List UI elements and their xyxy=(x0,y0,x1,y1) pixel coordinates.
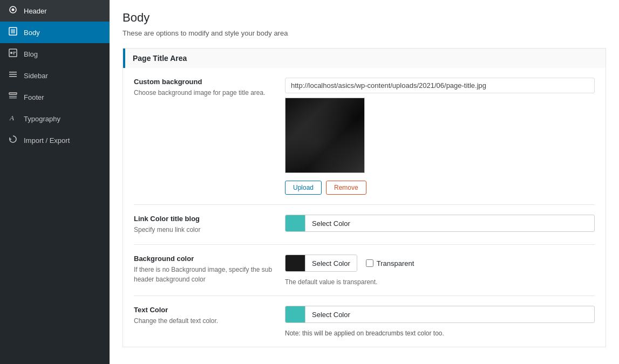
image-btn-group: Upload Remove xyxy=(285,181,595,195)
body-icon xyxy=(8,27,18,38)
sidebar-item-footer[interactable]: Footer xyxy=(0,86,110,108)
page-title: Body xyxy=(123,11,606,25)
sidebar-item-label: Body xyxy=(24,29,40,37)
blog-icon xyxy=(8,49,18,59)
sidebar-item-body[interactable]: Body xyxy=(0,22,110,43)
link-color-label: Link Color title blog xyxy=(134,215,274,223)
sidebar-item-label: Typography xyxy=(24,115,60,123)
sidebar-item-sidebar[interactable]: Sidebar xyxy=(0,65,110,86)
link-color-row: Link Color title blog Specify menu link … xyxy=(134,205,595,245)
svg-rect-9 xyxy=(9,74,17,75)
svg-rect-10 xyxy=(9,76,17,77)
sidebar-item-blog[interactable]: Blog xyxy=(0,43,110,65)
header-icon xyxy=(8,5,18,16)
upload-button[interactable]: Upload xyxy=(285,181,322,195)
custom-background-controls: Upload Remove xyxy=(285,78,595,195)
sidebar: Header Body Blog Sidebar Footer A Typogr… xyxy=(0,0,110,364)
svg-rect-13 xyxy=(9,98,17,98)
text-color-swatch xyxy=(285,306,305,322)
link-color-swatch xyxy=(285,215,305,231)
svg-rect-11 xyxy=(9,93,17,94)
sidebar-item-label: Import / Export xyxy=(24,136,70,145)
background-color-label: Background color xyxy=(134,255,274,263)
transparent-label: Transparent xyxy=(377,259,414,267)
page-subtitle: These are options to modify and style yo… xyxy=(123,29,606,37)
svg-point-5 xyxy=(10,52,12,54)
background-color-swatch xyxy=(285,255,305,271)
custom-background-url-input[interactable] xyxy=(285,78,595,93)
background-color-desc: If there is no Background image, specify… xyxy=(134,265,274,284)
remove-button[interactable]: Remove xyxy=(326,181,366,195)
text-color-row: Text Color Change the default text color… xyxy=(134,296,595,347)
custom-background-label-col: Custom background Choose background imag… xyxy=(134,78,274,98)
link-color-select-label: Select Color xyxy=(305,215,357,231)
transparent-row: Transparent xyxy=(366,259,414,267)
sidebar-item-import-export[interactable]: Import / Export xyxy=(0,129,110,151)
sidebar-item-header[interactable]: Header xyxy=(0,0,110,22)
link-color-controls: Select Color xyxy=(285,215,595,232)
background-color-select-label: Select Color xyxy=(305,255,357,271)
custom-background-desc: Choose background image for page title a… xyxy=(134,88,274,98)
text-color-select-label: Select Color xyxy=(305,306,357,322)
custom-background-row: Custom background Choose background imag… xyxy=(134,68,595,205)
background-image-preview xyxy=(285,98,365,173)
main-content: Body These are options to modify and sty… xyxy=(110,0,619,364)
svg-rect-6 xyxy=(13,52,16,53)
svg-rect-7 xyxy=(13,53,15,54)
page-title-area-section: Page Title Area Custom background Choose… xyxy=(123,48,606,347)
svg-text:A: A xyxy=(9,114,14,122)
background-color-picker[interactable]: Select Color xyxy=(285,255,357,272)
default-note: The default value is transparent. xyxy=(285,278,595,286)
svg-rect-8 xyxy=(9,72,17,73)
text-color-label: Text Color xyxy=(134,306,274,314)
link-color-picker[interactable]: Select Color xyxy=(285,215,595,232)
image-preview-inner xyxy=(285,98,364,173)
footer-icon xyxy=(8,92,18,102)
text-color-note: Note: this will be applied on breadcrumb… xyxy=(285,329,595,337)
sidebar-item-label: Header xyxy=(24,7,47,15)
sidebar-item-label: Footer xyxy=(24,93,44,101)
text-color-picker[interactable]: Select Color xyxy=(285,306,595,323)
link-color-label-col: Link Color title blog Specify menu link … xyxy=(134,215,274,235)
svg-rect-3 xyxy=(11,29,15,33)
background-color-controls: Select Color Transparent The default val… xyxy=(285,255,595,286)
text-color-desc: Change the default text color. xyxy=(134,316,274,326)
custom-background-label: Custom background xyxy=(134,78,274,86)
background-color-label-col: Background color If there is no Backgrou… xyxy=(134,255,274,284)
sidebar-icon xyxy=(8,70,18,81)
bg-color-controls-row: Select Color Transparent xyxy=(285,255,595,272)
sidebar-item-typography[interactable]: A Typography xyxy=(0,108,110,129)
typography-icon: A xyxy=(8,113,18,124)
transparent-checkbox[interactable] xyxy=(366,259,373,267)
section-content: Custom background Choose background imag… xyxy=(123,68,606,347)
svg-rect-12 xyxy=(9,96,17,97)
sidebar-item-label: Sidebar xyxy=(24,72,48,80)
sidebar-item-label: Blog xyxy=(24,50,38,58)
section-title: Page Title Area xyxy=(123,49,606,68)
link-color-desc: Specify menu link color xyxy=(134,225,274,235)
background-color-row: Background color If there is no Backgrou… xyxy=(134,245,595,296)
text-color-controls: Select Color Note: this will be applied … xyxy=(285,306,595,337)
svg-point-1 xyxy=(12,9,15,11)
text-color-label-col: Text Color Change the default text color… xyxy=(134,306,274,326)
import-export-icon xyxy=(8,135,18,146)
